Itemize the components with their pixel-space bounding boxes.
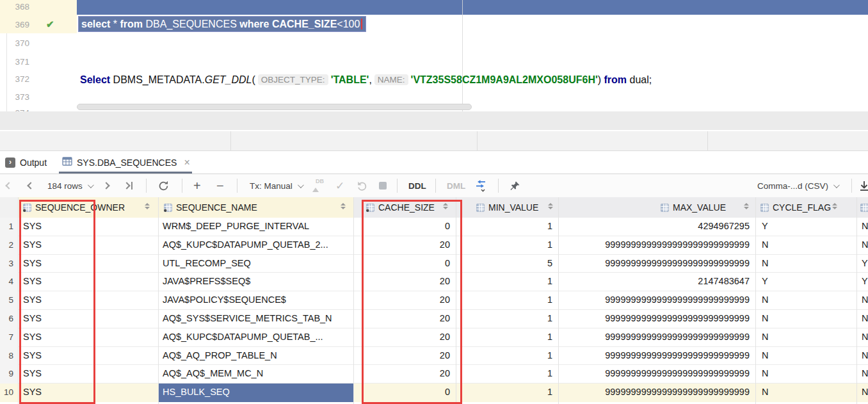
previous-page-button[interactable] (28, 174, 33, 197)
column-header-sequence-name[interactable]: SEQUENCE_NAME (164, 197, 257, 218)
cell-max-value[interactable]: 9999999999999999999999999999 (558, 328, 755, 347)
column-separator[interactable] (755, 197, 756, 404)
cell-cycle-flag[interactable]: N (755, 291, 856, 310)
sort-toggle[interactable] (145, 203, 150, 209)
row-number: 4 (0, 273, 18, 291)
sort-toggle[interactable] (832, 203, 837, 209)
export-format-dropdown[interactable]: Comma-...d (CSV) (757, 174, 838, 197)
sort-toggle[interactable] (548, 203, 553, 209)
pane-divider-strip-2 (0, 131, 868, 151)
cell-sequence-name[interactable]: AQ$_AQ$_MEM_MC_N (158, 365, 353, 384)
cell-sequence-name-selected[interactable]: HS_BULK_SEQ (158, 384, 353, 402)
reload-data-button[interactable] (157, 174, 170, 197)
cell-max-value[interactable]: 9999999999999999999999999999 (558, 255, 755, 273)
cell-sequence-name[interactable]: AQ$_KUPC$DATAPUMP_QUETAB_... (158, 328, 353, 347)
column-header-cycle-flag[interactable]: CYCLE_FLAG (760, 197, 831, 218)
row-number: 7 (0, 328, 18, 347)
cell-min-value[interactable]: 1 (456, 365, 558, 384)
cell-min-value[interactable]: 1 (456, 236, 558, 255)
cell-cycle-flag[interactable]: N (755, 236, 856, 255)
cell-max-value[interactable]: 9999999999999999999999999999 (558, 384, 755, 402)
close-icon[interactable]: × (184, 157, 189, 168)
cell-max-value[interactable]: 9999999999999999999999999999 (558, 365, 755, 384)
delete-row-button[interactable]: − (216, 174, 224, 197)
next-page-button[interactable] (104, 174, 109, 197)
first-page-button[interactable] (6, 174, 12, 197)
tab-result-grid[interactable]: SYS.DBA_SEQUENCES × (62, 151, 190, 174)
cell-max-value[interactable]: 9999999999999999999999999999 (558, 310, 755, 328)
rollback-button[interactable] (356, 174, 367, 197)
cell-min-value[interactable]: 1 (456, 273, 558, 291)
cell-partial-column[interactable]: N (856, 291, 868, 310)
sort-toggle[interactable] (744, 203, 749, 209)
cell-sequence-name[interactable]: UTL_RECOMP_SEQ (158, 255, 353, 273)
cell-min-value[interactable]: 1 (456, 347, 558, 366)
cell-sequence-name[interactable]: WRM$_DEEP_PURGE_INTERVAL (158, 218, 353, 236)
cell-max-value[interactable]: 4294967295 (558, 218, 755, 236)
cell-max-value[interactable]: 9999999999999999999999999999 (558, 291, 755, 310)
cell-sequence-name[interactable]: JAVA$PREFS$SEQ$ (158, 273, 353, 291)
column-separator[interactable] (856, 197, 857, 404)
column-separator[interactable] (158, 197, 159, 404)
cell-min-value[interactable]: 1 (456, 328, 558, 347)
toolbar-separator (435, 179, 436, 193)
row-number: 10 (0, 384, 18, 402)
cell-cycle-flag[interactable]: N (755, 328, 856, 347)
cell-cycle-flag[interactable]: Y (755, 218, 856, 236)
submit-to-database-button[interactable]: DB (311, 174, 324, 197)
cell-cycle-flag[interactable]: N (755, 310, 856, 328)
sql-statement-getddl[interactable]: Select DBMS_METADATA. GET_DDL ( OBJECT_T… (80, 71, 652, 88)
cell-cycle-flag[interactable]: N (755, 365, 856, 384)
cell-partial-column[interactable]: N (856, 328, 868, 347)
column-header-min-value[interactable]: MIN_VALUE (476, 197, 538, 218)
cell-partial-column[interactable]: Y (856, 273, 868, 291)
cell-sequence-name[interactable]: AQ$_AQ_PROP_TABLE_N (158, 347, 353, 366)
column-icon (661, 204, 669, 212)
cell-min-value[interactable]: 1 (456, 384, 558, 402)
dml-button[interactable]: DML (447, 174, 465, 197)
cell-cycle-flag[interactable]: Y (755, 273, 856, 291)
cell-partial-column[interactable]: N (856, 310, 868, 328)
page-size-dropdown[interactable]: 184 rows (47, 174, 92, 197)
pin-tab-button[interactable] (510, 174, 520, 197)
sort-toggle[interactable] (341, 203, 346, 209)
cell-cycle-flag[interactable]: N (755, 347, 856, 366)
add-row-button[interactable]: + (193, 174, 201, 197)
commit-button[interactable]: ✓ (335, 174, 344, 197)
column-separator[interactable] (353, 197, 354, 404)
cell-sequence-name[interactable]: JAVA$POLICY$SEQUENCE$ (158, 291, 353, 310)
sql-statement-selected[interactable]: select * from DBA_SEQUENCES where CACHE_… (78, 16, 366, 32)
header-corner[interactable] (0, 197, 18, 218)
transaction-mode-dropdown[interactable]: Tx: Manual (250, 174, 302, 197)
tab-output[interactable]: › Output (5, 151, 47, 174)
cell-partial-column[interactable]: N (856, 236, 868, 255)
cell-min-value[interactable]: 5 (456, 255, 558, 273)
stop-button[interactable] (379, 174, 387, 197)
cell-sequence-name[interactable]: AQ$_KUPC$DATAPUMP_QUETAB_2... (158, 236, 353, 255)
column-separator[interactable] (558, 197, 559, 404)
cell-partial-column[interactable]: N (856, 218, 868, 236)
last-page-button[interactable] (124, 174, 133, 197)
ddl-button[interactable]: DDL (408, 174, 426, 197)
cell-min-value[interactable]: 1 (456, 291, 558, 310)
column-separator[interactable] (18, 197, 19, 404)
cell-max-value[interactable]: 9999999999999999999999999999 (558, 347, 755, 366)
row-number: 1 (0, 218, 18, 236)
cell-cycle-flag[interactable]: N (755, 384, 856, 402)
cell-sequence-name[interactable]: AQ$_SYS$SERVICE_METRICS_TAB_N (158, 310, 353, 328)
cell-partial-column[interactable]: N (856, 347, 868, 366)
sql-editor[interactable]: 368 369 370 371 372 373 374 ✔ select * f… (0, 0, 868, 111)
editor-horizontal-scrollbar[interactable] (77, 104, 472, 110)
cell-partial-column[interactable]: Y (856, 255, 868, 273)
cell-partial-column[interactable]: N (856, 365, 868, 384)
compare-data-button[interactable] (474, 174, 488, 197)
cell-partial-column[interactable]: N (856, 384, 868, 402)
cell-max-value[interactable]: 2147483647 (558, 273, 755, 291)
column-header-max-value[interactable]: MAX_VALUE (661, 197, 726, 218)
cell-min-value[interactable]: 1 (456, 310, 558, 328)
export-data-button[interactable] (859, 174, 868, 197)
column-header-partial[interactable] (860, 197, 868, 218)
cell-min-value[interactable]: 1 (456, 218, 558, 236)
cell-max-value[interactable]: 9999999999999999999999999999 (558, 236, 755, 255)
cell-cycle-flag[interactable]: N (755, 255, 856, 273)
